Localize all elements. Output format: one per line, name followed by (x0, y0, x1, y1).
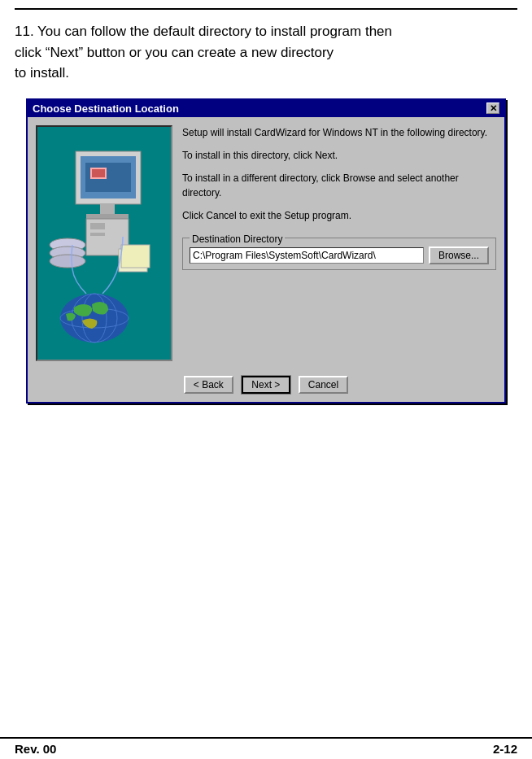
dialog-wrapper: Choose Destination Location ✕ (15, 98, 517, 403)
dialog-text-1: Setup will install CardWizard for Window… (182, 125, 496, 140)
svg-rect-9 (90, 233, 105, 236)
destination-directory-group: Destination Directory C:\Program Files\S… (182, 238, 496, 270)
destination-directory-label: Destination Directory (190, 232, 285, 246)
page-content: 11. You can follow the default directory… (0, 0, 532, 428)
cancel-button[interactable]: Cancel (299, 376, 348, 394)
top-divider (15, 8, 517, 10)
svg-point-12 (50, 255, 85, 268)
footer-page-number: 2-12 (493, 742, 517, 756)
computer-illustration (41, 127, 168, 359)
svg-rect-6 (92, 169, 105, 177)
dialog-footer: < Back Next > Cancel (28, 369, 504, 402)
intro-paragraph: 11. You can follow the default directory… (15, 21, 517, 84)
intro-line1: 11. You can follow the default directory… (15, 21, 517, 42)
dialog-text-4: Click Cancel to exit the Setup program. (182, 208, 496, 223)
svg-rect-3 (86, 214, 129, 219)
svg-rect-2 (100, 204, 115, 214)
next-button[interactable]: Next > (242, 376, 290, 394)
dialog-text-area: Setup will install CardWizard for Window… (182, 125, 496, 361)
browse-button[interactable]: Browse... (429, 246, 489, 264)
dialog-text-3: To install in a different directory, cli… (182, 171, 496, 200)
dialog-image-area (36, 125, 172, 361)
intro-line2: click “Next” button or you can create a … (15, 42, 517, 63)
dialog-title: Choose Destination Location (33, 103, 179, 115)
intro-line3: to install. (15, 63, 517, 84)
page-footer: Rev. 00 2-12 (0, 737, 532, 759)
dialog-body: Setup will install CardWizard for Window… (28, 117, 504, 369)
destination-directory-path: C:\Program Files\SystemSoft\CardWizard\ (190, 247, 424, 264)
back-button[interactable]: < Back (184, 376, 233, 394)
choose-destination-dialog: Choose Destination Location ✕ (26, 98, 506, 403)
dialog-text-2: To install in this directory, click Next… (182, 148, 496, 163)
footer-revision: Rev. 00 (15, 742, 56, 756)
dialog-titlebar: Choose Destination Location ✕ (28, 100, 504, 117)
dialog-close-button[interactable]: ✕ (486, 103, 499, 114)
destination-directory-row: C:\Program Files\SystemSoft\CardWizard\ … (190, 246, 489, 264)
svg-rect-8 (90, 223, 105, 229)
svg-rect-14 (121, 245, 150, 268)
